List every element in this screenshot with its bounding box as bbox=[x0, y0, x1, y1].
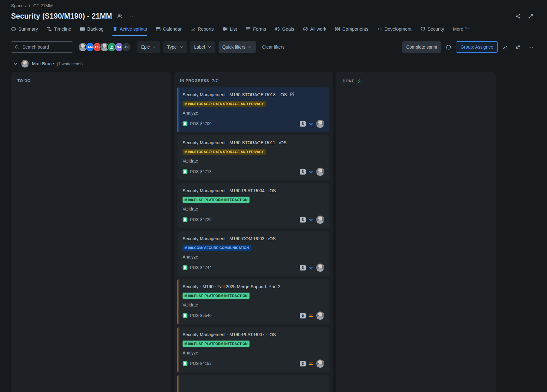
group-by-button[interactable]: Group: Assignee bbox=[456, 41, 498, 53]
card-status: Validate bbox=[183, 206, 324, 211]
card-label-chip[interactable]: M190-STORAGE: DATA STORAGE AND PRIVACY bbox=[183, 101, 266, 107]
tab-label: Calendar bbox=[163, 27, 182, 32]
tab-label: Forms bbox=[253, 27, 266, 32]
tab-label: Security bbox=[428, 27, 444, 32]
card-label-chip[interactable]: M190-STORAGE: DATA STORAGE AND PRIVACY bbox=[183, 149, 266, 155]
card-label-chip[interactable]: M190-COM: SECURE COMMUNICATION bbox=[183, 245, 251, 251]
card-partial[interactable] bbox=[177, 375, 329, 392]
board: TO DOIN PROGRESS7/7Security Management -… bbox=[0, 68, 547, 392]
card-pos-84744[interactable]: Security Management - M190-COM-R003 - iO… bbox=[177, 231, 329, 276]
tab-label: Backlog bbox=[87, 27, 104, 32]
development-icon bbox=[377, 27, 382, 32]
timeline-icon bbox=[47, 27, 52, 32]
card-footer: POS-847443 bbox=[183, 264, 324, 272]
card-pos-85540[interactable]: Security - M190 - Fall 2025 Merge Suppor… bbox=[177, 279, 329, 324]
breadcrumb-project[interactable]: CT 21MM bbox=[33, 3, 53, 8]
column-title: DONE bbox=[343, 79, 355, 83]
priority-medium-icon bbox=[308, 361, 314, 366]
tab-timeline[interactable]: Timeline bbox=[47, 27, 71, 36]
card-pos-84713[interactable]: Security Management - M190-STORAGE-R011 … bbox=[177, 135, 329, 180]
feedback-icon[interactable] bbox=[443, 42, 454, 52]
card-key: POS-84729 bbox=[190, 217, 212, 222]
complete-sprint-button[interactable]: Complete sprint bbox=[402, 41, 441, 53]
card-label-chip[interactable]: M190-PLAT: PLATFORM INTERACTION bbox=[183, 293, 249, 299]
priority-medium-icon bbox=[308, 313, 314, 318]
card-key: POS-84152 bbox=[190, 361, 212, 366]
filter-type[interactable]: Type bbox=[163, 41, 187, 53]
tab-security[interactable]: Security bbox=[420, 27, 444, 36]
filter-label: Label bbox=[194, 45, 205, 50]
card-status: Analyze bbox=[183, 254, 324, 259]
card-title-row: Security Management - M190-PLAT-R004 - i… bbox=[183, 187, 324, 194]
members-icon[interactable] bbox=[115, 11, 125, 21]
search-input[interactable] bbox=[22, 44, 69, 50]
filter-bar: AMLSNA+9 EpicTypeLabelQuick filters Clea… bbox=[0, 36, 547, 53]
tab-backlog[interactable]: Backlog bbox=[80, 27, 104, 36]
share-icon[interactable] bbox=[513, 11, 523, 21]
tab-all-work[interactable]: All work bbox=[303, 27, 326, 36]
column-title: TO DO bbox=[17, 79, 31, 83]
card-pos-84152[interactable]: Security Management - M190-PLAT-R007 - i… bbox=[177, 327, 329, 372]
board-more-icon[interactable] bbox=[526, 42, 536, 52]
breadcrumb-spaces[interactable]: Spaces bbox=[11, 3, 26, 8]
list-icon bbox=[223, 27, 228, 32]
avatar-overflow[interactable]: +9 bbox=[122, 42, 131, 52]
tab-label: All work bbox=[310, 27, 326, 32]
filter-label[interactable]: Label bbox=[190, 41, 215, 53]
clear-filters-button[interactable]: Clear filters bbox=[262, 45, 285, 50]
search-board[interactable] bbox=[11, 41, 73, 53]
edit-icon[interactable] bbox=[290, 92, 294, 97]
tab-active-sprints[interactable]: Active sprints bbox=[112, 27, 147, 36]
assignee-avatar[interactable] bbox=[316, 359, 324, 368]
insights-icon[interactable] bbox=[500, 42, 510, 52]
group-header[interactable]: Matt Bruce (7 work items) bbox=[0, 53, 547, 68]
tab-reports[interactable]: Reports bbox=[190, 27, 214, 36]
group-count: (7 work items) bbox=[57, 62, 83, 66]
filter-quick-filters[interactable]: Quick filters bbox=[219, 41, 256, 53]
card-labels: M190-STORAGE: DATA STORAGE AND PRIVACY bbox=[183, 101, 324, 107]
card-title: Security Management - M190-COM-R003 - iO… bbox=[183, 235, 276, 242]
card-label-chip[interactable]: M190-PLAT: PLATFORM INTERACTION bbox=[183, 197, 249, 203]
tab-forms[interactable]: Forms bbox=[246, 27, 266, 36]
column-cards: Security Management - M190-STORAGE-R018 … bbox=[174, 86, 333, 392]
estimate-badge: 3 bbox=[300, 265, 306, 270]
tab-list[interactable]: List bbox=[223, 27, 237, 36]
globe-icon bbox=[11, 27, 16, 32]
assignee-avatar[interactable] bbox=[316, 312, 324, 320]
tab-label: Components bbox=[342, 27, 368, 32]
card-label-chip[interactable]: M190-PLAT: PLATFORM INTERACTION bbox=[183, 341, 249, 347]
expand-icon[interactable] bbox=[526, 11, 536, 21]
tab-development[interactable]: Development bbox=[377, 27, 411, 36]
story-icon bbox=[183, 217, 188, 222]
card-pos-84729[interactable]: Security Management - M190-PLAT-R004 - i… bbox=[177, 183, 329, 228]
tab-summary[interactable]: Summary bbox=[11, 27, 38, 36]
chevron-down-icon bbox=[248, 45, 252, 49]
board-settings-icon[interactable] bbox=[513, 42, 523, 52]
chevron-down-icon bbox=[152, 45, 156, 49]
tab-goals[interactable]: Goals bbox=[275, 27, 294, 36]
group-avatar bbox=[21, 60, 29, 68]
tab-label: More bbox=[453, 27, 463, 32]
assignee-avatar[interactable] bbox=[316, 264, 324, 272]
avatar-stack: AMLSNA+9 bbox=[78, 42, 131, 52]
top-bar: Spaces / CT 21MM Security (S190/M190) - … bbox=[0, 0, 547, 36]
column-cards bbox=[11, 86, 171, 392]
assignee-avatar[interactable] bbox=[316, 168, 324, 176]
assignee-avatar[interactable] bbox=[316, 216, 324, 224]
tab-calendar[interactable]: Calendar bbox=[156, 27, 182, 36]
tab-label: Summary bbox=[18, 27, 38, 32]
estimate-badge: 3 bbox=[300, 169, 306, 175]
tab-more[interactable]: More9+ bbox=[453, 27, 469, 36]
story-icon bbox=[183, 361, 188, 366]
card-title: Security Management - M190-PLAT-R004 - i… bbox=[183, 187, 276, 194]
card-pos-84700[interactable]: Security Management - M190-STORAGE-R018 … bbox=[177, 87, 329, 132]
column-header: TO DO bbox=[11, 72, 171, 86]
card-title: Security Management - M190-PLAT-R007 - i… bbox=[183, 331, 276, 338]
search-icon bbox=[15, 45, 19, 50]
filter-epic[interactable]: Epic bbox=[137, 41, 160, 53]
card-status: Analyze bbox=[183, 110, 324, 116]
tab-components[interactable]: Components bbox=[335, 27, 368, 36]
collapse-chevron-icon[interactable] bbox=[13, 62, 18, 66]
assignee-avatar[interactable] bbox=[316, 120, 324, 128]
title-more-icon[interactable] bbox=[127, 11, 137, 21]
